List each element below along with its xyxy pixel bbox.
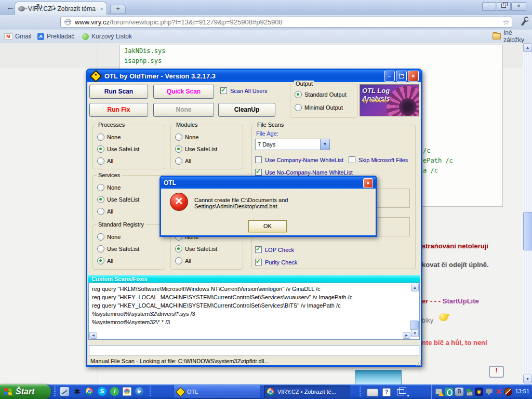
- radio-unselected[interactable]: [175, 157, 182, 165]
- checkbox-checked[interactable]: ✓: [255, 169, 262, 176]
- address-bar[interactable]: www.viry.cz /forum/viewtopic.php?f=13&t=…: [60, 17, 512, 28]
- radio-registry-all[interactable]: All: [97, 257, 113, 264]
- radio-unselected[interactable]: [295, 104, 302, 111]
- company-whitelist-checkbox[interactable]: Use Company-Name WhiteList: [255, 156, 343, 163]
- otl-maximize-button[interactable]: [396, 71, 407, 82]
- dialog-titlebar[interactable]: OTL ×: [161, 177, 376, 189]
- checkbox-checked[interactable]: ✓: [255, 246, 262, 253]
- bookmark-star-icon[interactable]: ☆: [503, 18, 510, 27]
- dialog-close-button[interactable]: ×: [363, 178, 373, 188]
- radio-unselected[interactable]: [97, 157, 104, 165]
- resize-grip[interactable]: [418, 363, 419, 364]
- radio-unselected[interactable]: [97, 208, 104, 215]
- bookmark-gmail[interactable]: M Gmail: [4, 30, 31, 43]
- radio-unselected[interactable]: [97, 245, 104, 252]
- language-help-icon[interactable]: ?: [382, 388, 391, 396]
- quick-launch-app-icon[interactable]: ✱: [73, 387, 82, 396]
- checkbox-unchecked[interactable]: [349, 156, 355, 163]
- radio-modules-safelist[interactable]: Use SafeList: [175, 145, 217, 153]
- file-age-dropdown[interactable]: 7 Days ▼: [255, 139, 330, 150]
- radio-registry-none[interactable]: None: [97, 233, 121, 241]
- skip-microsoft-checkbox[interactable]: Skip Microsoft Files: [349, 156, 408, 163]
- dropdown-arrow-icon[interactable]: ▼: [320, 139, 329, 150]
- textarea-scroll-left-icon[interactable]: ◄: [89, 332, 97, 339]
- taskbar-item-viry[interactable]: VIRY.CZ • Zobrazit té...: [264, 385, 350, 398]
- disc-app-icon[interactable]: [123, 387, 131, 396]
- forum-button-partial[interactable]: [355, 370, 402, 384]
- wireless-tray-icon[interactable]: ◉: [475, 388, 483, 396]
- chrome-quicklaunch-icon[interactable]: [85, 387, 94, 396]
- radio-unselected[interactable]: [175, 134, 182, 141]
- radio-modules-none[interactable]: None: [175, 134, 198, 141]
- language-keyboard-icon[interactable]: [367, 389, 378, 396]
- scroll-up-icon[interactable]: ▲: [523, 43, 532, 52]
- teal-app-tray-icon[interactable]: [445, 388, 453, 396]
- radio-selected[interactable]: [175, 145, 182, 153]
- run-scan-button[interactable]: Run Scan: [89, 85, 148, 99]
- radio-selected[interactable]: [97, 257, 104, 264]
- radio-registry-safelist[interactable]: Use SafeList: [97, 245, 139, 252]
- none-button[interactable]: None: [153, 103, 214, 117]
- language-caret-icon[interactable]: ▼: [406, 394, 410, 397]
- safely-remove-tray-icon[interactable]: [465, 388, 473, 396]
- report-post-button[interactable]: !: [489, 366, 504, 378]
- bookmark-prekladac[interactable]: A Prekladač: [37, 30, 74, 43]
- otl-minimize-button[interactable]: –: [384, 71, 395, 82]
- checkbox-checked[interactable]: ✓: [220, 87, 227, 94]
- home-icon[interactable]: ⌂: [47, 2, 59, 12]
- no-entry-tray-icon[interactable]: [504, 388, 512, 396]
- radio-services-none[interactable]: None: [97, 184, 121, 191]
- other-bookmarks-button[interactable]: Iné záložky: [493, 30, 532, 43]
- network-warning-tray-icon[interactable]: [435, 388, 443, 396]
- custom-scans-textarea[interactable]: reg query "HKLM\Software\Microsoft\Windo…: [88, 283, 420, 340]
- no-company-whitelist-checkbox[interactable]: ✓ Use No-Company-Name WhiteList: [255, 169, 353, 176]
- new-tab-button[interactable]: +: [110, 5, 126, 14]
- checkbox-unchecked[interactable]: [255, 156, 262, 163]
- back-icon[interactable]: ←: [4, 2, 17, 12]
- scroll-down-icon[interactable]: ▼: [523, 375, 532, 383]
- textarea-scrollbar-thumb[interactable]: [410, 321, 419, 330]
- forward-icon[interactable]: →: [19, 2, 31, 12]
- radio-selected[interactable]: [295, 91, 302, 98]
- messenger-bubble-tray-icon[interactable]: [485, 388, 494, 396]
- start-button[interactable]: Štart: [0, 384, 51, 399]
- scrollbar-thumb[interactable]: [523, 212, 532, 250]
- radio-processes-safelist[interactable]: Use SafeList: [97, 145, 139, 153]
- radio-selected[interactable]: [175, 245, 182, 252]
- show-desktop-icon[interactable]: [60, 387, 69, 396]
- quick-scan-button[interactable]: Quick Scan: [153, 85, 214, 99]
- textarea-scroll-down-icon[interactable]: ▼: [411, 329, 419, 337]
- lop-check-checkbox[interactable]: ✓ LOP Check: [255, 246, 294, 253]
- tab-close-icon[interactable]: ×: [100, 6, 103, 12]
- bluetooth-tray-icon[interactable]: B: [455, 388, 463, 396]
- ok-button[interactable]: OK: [248, 220, 287, 232]
- language-options-icon[interactable]: [397, 389, 404, 395]
- radio-minimal-output[interactable]: Minimal Output: [295, 104, 343, 111]
- radio-extra-safelist[interactable]: Use SafeList: [175, 245, 217, 252]
- scan-all-users-checkbox[interactable]: ✓ Scan All Users: [220, 87, 268, 94]
- radio-unselected[interactable]: [97, 184, 104, 191]
- textarea-scroll-up-icon[interactable]: ▲: [411, 284, 419, 291]
- radio-unselected[interactable]: [175, 257, 182, 264]
- media-player-icon[interactable]: ▶: [135, 387, 144, 396]
- radio-modules-all[interactable]: All: [175, 157, 191, 165]
- skype-icon[interactable]: S: [98, 387, 107, 396]
- run-fix-button[interactable]: Run Fix: [89, 103, 148, 117]
- radio-processes-all[interactable]: All: [97, 157, 113, 165]
- window-close-button[interactable]: ×: [511, 2, 526, 11]
- red-x-tray-icon[interactable]: ✕: [495, 388, 503, 396]
- wrench-menu-icon[interactable]: [518, 18, 529, 28]
- radio-services-safelist[interactable]: Use SafeList: [97, 196, 139, 203]
- window-minimize-button[interactable]: –: [482, 2, 496, 11]
- radio-extra-all[interactable]: All: [175, 257, 191, 264]
- radio-services-all[interactable]: All: [97, 208, 113, 215]
- taskbar-item-otl[interactable]: OTL: [174, 385, 260, 398]
- radio-unselected[interactable]: [97, 134, 104, 141]
- cleanup-button[interactable]: CleanUp: [218, 103, 275, 117]
- otl-titlebar[interactable]: OTL by OldTimer - Version 3.2.17.3 – ×: [87, 70, 421, 82]
- radio-unselected[interactable]: [97, 233, 104, 241]
- radio-selected[interactable]: [97, 145, 104, 153]
- otl-log-analysis-banner[interactable]: OTL Log Analysis by Oldtimer: [360, 84, 419, 116]
- green-info-icon[interactable]: i: [110, 387, 119, 396]
- purity-check-checkbox[interactable]: ✓ Purity Check: [255, 259, 297, 265]
